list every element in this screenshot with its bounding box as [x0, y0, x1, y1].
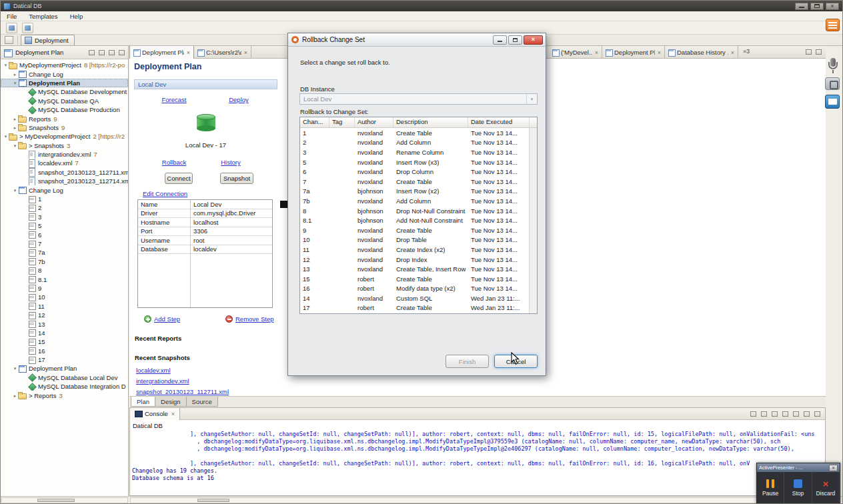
connect-button[interactable]: Connect	[165, 173, 193, 184]
editor-tab[interactable]: Deployment Plan -...×	[129, 46, 194, 59]
tree-item[interactable]: ▾> Snapshots3	[1, 141, 128, 150]
tree-expanded-arrow-icon[interactable]: ▾	[12, 143, 18, 148]
changeset-row[interactable]: 8.1bjohnsonAdd Not-Null ConstraintTue No…	[300, 215, 537, 225]
tree-item[interactable]: 8	[1, 266, 128, 275]
dialog-column-header[interactable]: Date Executed	[468, 117, 530, 127]
changeset-row[interactable]: 2nvoxlandAdd ColumnTue Nov 13 14...	[300, 138, 537, 148]
tree-item[interactable]: MySQL Database Local Dev	[1, 373, 128, 382]
pin-console-icon[interactable]	[760, 410, 768, 418]
changeset-row[interactable]: 10nvoxlandDrop TableTue Nov 13 14...	[300, 235, 537, 245]
minimize-icon[interactable]	[804, 48, 813, 56]
changeset-row[interactable]: 7nvoxlandCreate TableTue Nov 13 14...	[300, 177, 537, 187]
deploy-link[interactable]: Deploy	[221, 96, 257, 103]
tree-item[interactable]: ▾> MyDevelopmentProject2 [https://r2	[1, 132, 128, 141]
tree-item[interactable]: 12	[1, 311, 128, 319]
console-hscrollbar[interactable]	[130, 497, 826, 503]
tree-item[interactable]: 3	[1, 213, 128, 221]
tree-item[interactable]: ▾Deployment Plan	[1, 79, 128, 87]
tree-expanded-arrow-icon[interactable]: ▾	[12, 188, 18, 193]
history-link[interactable]: History	[213, 159, 249, 166]
tab-close-icon[interactable]: ×	[658, 49, 661, 56]
tree-item[interactable]: 1	[1, 195, 128, 203]
new-wizard-icon[interactable]	[22, 23, 33, 33]
ap-stop-button[interactable]: Stop	[784, 472, 812, 503]
screen-capture-button[interactable]	[825, 95, 840, 109]
changeset-row[interactable]: 7bnvoxlandAdd ColumnTue Nov 13 14...	[300, 196, 537, 206]
editor-tab[interactable]: Database History ...×	[665, 46, 738, 59]
changeset-row[interactable]: 11nvoxlandCreate Index (x2)Tue Nov 13 14…	[300, 245, 537, 255]
ap-pause-button[interactable]: Pause	[757, 472, 784, 503]
tree-collapsed-arrow-icon[interactable]: ▸	[12, 117, 18, 121]
changeset-row[interactable]: 3nvoxlandRename ColumnTue Nov 13 14...	[300, 147, 537, 157]
scrollbar-thumb[interactable]	[37, 499, 75, 502]
tab-close-icon[interactable]: ×	[731, 49, 734, 56]
scrollbar-thumb[interactable]	[197, 499, 229, 502]
add-step-link[interactable]: Add Step	[144, 315, 180, 323]
changeset-row[interactable]: 14nvoxlandCustom SQLWed Jan 23 11:...	[300, 293, 537, 303]
tab-close-icon[interactable]: ×	[171, 411, 175, 417]
maximize-button[interactable]	[810, 3, 824, 10]
tree-item[interactable]: 8.1	[1, 275, 128, 283]
activepresenter-titlebar[interactable]: ActivePresenter - ... ×	[757, 463, 840, 472]
editor-bottom-tab-plan[interactable]: Plan	[131, 397, 155, 407]
tree-item[interactable]: ▸Reports9	[1, 114, 128, 123]
table-vscrollbar[interactable]	[529, 128, 537, 313]
tree-collapsed-arrow-icon[interactable]: ▸	[12, 72, 18, 77]
tree-collapsed-arrow-icon[interactable]: ▸	[12, 393, 18, 398]
tree-item[interactable]: ▸> Reports3	[1, 391, 128, 399]
tree-item[interactable]: MySQL Database Development	[1, 87, 128, 96]
editor-tab[interactable]: ('MyDevel...×	[549, 46, 602, 59]
tree-hscrollbar[interactable]	[1, 497, 128, 503]
tree-item[interactable]: 17	[1, 355, 128, 364]
snapshot-button[interactable]: Snapshot	[220, 173, 253, 184]
tree-item[interactable]: 11	[1, 302, 128, 311]
recent-snapshot-link[interactable]: snapshot_20130123_112711.xml	[136, 388, 229, 396]
console-tab[interactable]: Console ×	[130, 408, 180, 420]
tree-item[interactable]: 15	[1, 337, 128, 346]
dialog-column-header[interactable]: Tag	[329, 117, 355, 127]
activepresenter-menu-button[interactable]	[826, 19, 840, 31]
dialog-column-header[interactable]: Chan...	[300, 117, 329, 127]
forecast-link[interactable]: Forecast	[156, 96, 192, 103]
open-console-icon[interactable]	[749, 410, 758, 418]
finish-button[interactable]: Finish	[446, 355, 489, 368]
tree-expanded-arrow-icon[interactable]: ▾	[12, 366, 18, 371]
tree-expanded-arrow-icon[interactable]: ▾	[3, 63, 9, 67]
menu-file[interactable]: File	[1, 11, 23, 21]
editor-tab[interactable]: Deployment Plan -...×	[602, 46, 665, 59]
tree-item[interactable]: intergrationdev.xml7	[1, 150, 128, 159]
tree-item[interactable]: 10	[1, 293, 128, 301]
close-button[interactable]: ×	[826, 3, 839, 10]
menu-help[interactable]: Help	[64, 11, 89, 21]
changeset-row[interactable]: 16robertModify data type (x2)Tue Nov 13 …	[300, 284, 537, 294]
changeset-row[interactable]: 6nvoxlandDrop ColumnTue Nov 13 14...	[300, 167, 537, 177]
remove-step-link[interactable]: Remove Step	[225, 315, 274, 323]
db-instance-combo[interactable]: Local Dev ▾	[299, 93, 538, 105]
tree-item[interactable]: ▸Change Log	[1, 69, 128, 78]
tab-close-icon[interactable]: ×	[187, 49, 190, 56]
changeset-row[interactable]: 13nvoxlandCreate Table, Insert RowTue No…	[300, 264, 537, 274]
activepresenter-close-button[interactable]: ×	[829, 465, 838, 471]
chevron-down-icon[interactable]: ▾	[526, 94, 537, 104]
tree-item[interactable]: 2	[1, 203, 128, 212]
dialog-minimize-button[interactable]	[493, 35, 507, 45]
tree-item[interactable]: ▸Snapshots9	[1, 123, 128, 132]
menu-templates[interactable]: Templates	[23, 11, 63, 21]
editor-bottom-tab-source[interactable]: Source	[186, 397, 218, 407]
dialog-column-header[interactable]: Description	[393, 117, 468, 127]
tree-item[interactable]: 9	[1, 284, 128, 293]
tree-item[interactable]: MySQL Database Integration D	[1, 382, 128, 391]
microphone-icon[interactable]	[828, 58, 838, 75]
tree-item[interactable]: 13	[1, 319, 128, 328]
tree-item[interactable]: 7b	[1, 257, 128, 266]
changeset-row[interactable]: 15robertCreate TableTue Nov 13 14...	[300, 274, 537, 284]
collapse-all-icon[interactable]	[87, 49, 96, 57]
tree-item[interactable]: MySQL Database Production	[1, 105, 128, 114]
tree-collapsed-arrow-icon[interactable]: ▸	[12, 125, 18, 130]
tree-item[interactable]: localdev.xml7	[1, 159, 128, 167]
tree-item[interactable]: ▾Change Log	[1, 185, 128, 194]
changeset-row[interactable]: 12nvoxlandDrop IndexTue Nov 13 14...	[300, 255, 537, 265]
dialog-close-button[interactable]: ×	[524, 35, 543, 45]
minimize-button[interactable]	[795, 3, 808, 10]
scroll-lock-icon[interactable]	[781, 410, 790, 418]
